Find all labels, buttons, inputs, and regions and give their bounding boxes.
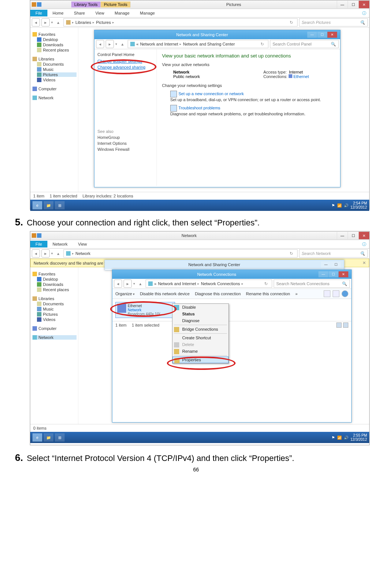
ribbon-share[interactable]: Share <box>69 10 90 16</box>
ribbon-manage[interactable]: Manage <box>109 10 135 16</box>
ctx-diagnose[interactable]: Diagnose <box>172 317 228 324</box>
dlg-refresh[interactable]: ↻ <box>262 281 270 286</box>
taskbar-app-icon[interactable]: ⊞ <box>55 433 65 442</box>
search-box[interactable]: Search Pictures 🔍 <box>299 18 368 27</box>
dlg-min-button[interactable]: — <box>318 271 328 277</box>
context-tab-picture[interactable]: Picture Tools <box>101 1 131 7</box>
dlg-min-button[interactable]: — <box>307 32 317 38</box>
history-dropdown[interactable]: ▾ <box>51 252 53 255</box>
refresh-button[interactable]: ↻ <box>287 20 295 25</box>
tree-network[interactable]: Network <box>38 96 53 100</box>
taskbar-clock[interactable]: 2:54 PM 12/3/2012 <box>351 201 367 209</box>
dlg-back-button[interactable]: ◄ <box>114 280 122 288</box>
dlg-max-button[interactable]: ☐ <box>329 271 338 277</box>
ribbon-file[interactable]: File <box>30 241 47 247</box>
view-details-icon[interactable] <box>336 322 342 328</box>
tree-pictures[interactable]: Pictures <box>43 72 58 77</box>
tree-libraries[interactable]: Libraries <box>38 57 54 61</box>
link-internet-options[interactable]: Internet Options <box>97 141 153 146</box>
tree-favorites[interactable]: Favorites <box>38 32 55 37</box>
tree-music[interactable]: Music <box>43 307 54 311</box>
connection-item-ethernet[interactable]: Ethernet Network Broadcom 440x 10/... <box>115 302 175 318</box>
minimize-button[interactable]: — <box>337 232 348 239</box>
taskbar-ie-icon[interactable]: e <box>32 433 42 442</box>
history-dropdown[interactable]: ▾ <box>51 21 53 24</box>
taskbar-clock[interactable]: 2:55 PM 12/3/2012 <box>351 433 367 442</box>
diagnose-button[interactable]: Diagnose this connection <box>195 292 241 296</box>
tray-flag-icon[interactable]: ⚑ <box>332 203 335 208</box>
breadcrumb[interactable]: Network <box>75 251 90 256</box>
tree-videos[interactable]: Videos <box>43 78 55 82</box>
ctx-properties[interactable]: Properties <box>172 356 228 363</box>
organize-menu[interactable]: Organize▾ <box>115 292 135 296</box>
dlg-history[interactable]: ▾ <box>133 282 135 286</box>
taskbar-app-icon[interactable]: ⊞ <box>55 201 65 209</box>
back-button[interactable]: ◄ <box>32 249 40 258</box>
dlg-search[interactable]: Search Network Connections 🔍 <box>274 280 350 288</box>
tree-documents[interactable]: Documents <box>43 302 64 306</box>
tree-downloads[interactable]: Downloads <box>43 43 63 47</box>
link-homegroup[interactable]: HomeGroup <box>97 135 153 140</box>
taskbar-explorer-icon[interactable]: 📁 <box>44 433 53 442</box>
tree-computer[interactable]: Computer <box>38 326 56 331</box>
dlg-address[interactable]: « Network and Internet ▸ Network Connect… <box>146 280 272 288</box>
link-new-connection[interactable]: Set up a new connection or network <box>178 91 244 96</box>
ribbon-home[interactable]: Home <box>47 10 69 16</box>
ribbon-network[interactable]: Network <box>47 241 73 247</box>
tree-documents[interactable]: Documents <box>43 62 64 66</box>
taskbar-explorer-icon[interactable]: 📁 <box>44 201 53 209</box>
link-windows-firewall[interactable]: Windows Firewall <box>97 147 153 152</box>
rename-button[interactable]: Rename this connection <box>246 292 290 296</box>
tree-music[interactable]: Music <box>43 67 54 72</box>
ribbon-file[interactable]: File <box>30 10 47 16</box>
forward-button[interactable]: ► <box>41 249 50 258</box>
infobar-close-icon[interactable]: ✕ <box>363 261 366 265</box>
help-icon[interactable] <box>342 290 348 297</box>
breadcrumb[interactable]: Pictures <box>96 20 111 25</box>
view-large-icon[interactable] <box>343 322 348 328</box>
back-button[interactable]: ◄ <box>32 18 40 27</box>
more-button[interactable]: » <box>295 292 298 296</box>
maximize-button[interactable]: ☐ <box>348 1 358 8</box>
ctx-disable[interactable]: Disable <box>172 304 228 311</box>
breadcrumb[interactable]: Libraries <box>75 20 91 25</box>
context-tab-library[interactable]: Library Tools <box>71 1 101 7</box>
tray-flag-icon[interactable]: ⚑ <box>332 436 335 440</box>
forward-button[interactable]: ► <box>41 18 50 27</box>
tree-network[interactable]: Network <box>38 335 53 340</box>
close-button[interactable]: ✕ <box>358 1 369 8</box>
tree-favorites[interactable]: Favorites <box>38 272 55 276</box>
cp-home[interactable]: Control Panel Home <box>97 52 153 57</box>
ribbon-manage2[interactable]: Manage <box>135 10 160 16</box>
tray-volume-icon[interactable]: 🔊 <box>344 436 348 440</box>
link-advanced-sharing[interactable]: Change advanced sharing <box>97 65 153 69</box>
link-change-adapter[interactable]: Change adapter settings <box>97 59 153 63</box>
dlg-forward-button[interactable]: ► <box>124 280 132 288</box>
tree-downloads[interactable]: Downloads <box>43 282 63 287</box>
disable-device-button[interactable]: Disable this network device <box>140 292 190 296</box>
dlg-forward-button[interactable]: ► <box>106 40 114 48</box>
address-bar[interactable]: ▸ Libraries ▸ Pictures ▸ ↻ <box>63 18 298 27</box>
tray-network-icon[interactable]: 📶 <box>337 203 342 208</box>
tree-desktop[interactable]: Desktop <box>43 37 58 42</box>
connections-value[interactable]: Ethernet <box>293 74 309 79</box>
dlg-max-button[interactable]: ☐ <box>317 32 327 38</box>
up-button[interactable]: ▲ <box>55 250 62 257</box>
breadcrumb[interactable]: Network and Internet <box>158 281 196 286</box>
breadcrumb[interactable]: Network Connections <box>201 281 240 286</box>
dlg-address[interactable]: « Network and Internet ▸ Network and Sha… <box>128 40 268 48</box>
link-troubleshoot[interactable]: Troubleshoot problems <box>178 106 220 110</box>
tree-pictures[interactable]: Pictures <box>43 312 58 317</box>
tree-recent[interactable]: Recent places <box>43 48 69 52</box>
ribbon-view[interactable]: View <box>90 10 109 16</box>
ctx-shortcut[interactable]: Create Shortcut <box>172 334 228 341</box>
dlg-refresh[interactable]: ↻ <box>258 42 266 47</box>
tree-videos[interactable]: Videos <box>43 317 55 322</box>
refresh-button[interactable]: ↻ <box>287 251 295 256</box>
breadcrumb[interactable]: Network and Sharing Center <box>183 42 235 46</box>
tree-desktop[interactable]: Desktop <box>43 277 58 281</box>
help-icon[interactable]: ⓘ <box>357 9 369 17</box>
bg-max[interactable]: ☐ <box>331 262 341 268</box>
address-bar[interactable]: ▸ Network ↻ <box>63 249 298 258</box>
dlg-up-button[interactable]: ▲ <box>119 40 126 48</box>
